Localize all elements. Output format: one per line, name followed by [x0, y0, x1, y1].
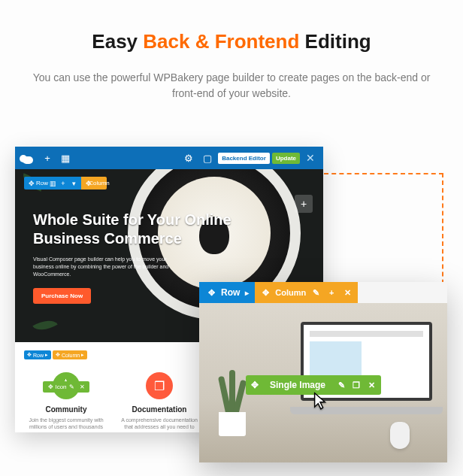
edit-icon[interactable]: ✎	[310, 287, 322, 299]
element-label: Icon	[56, 382, 66, 393]
feature-card-community: ⯌ ✥ Icon ✎ ✕ Community Join the biggest …	[24, 366, 108, 430]
row-label: Row	[221, 287, 240, 298]
template-icon[interactable]: ▦	[57, 150, 74, 166]
card-desc: A comprehensive documentation that addre…	[117, 417, 201, 430]
page-title: Easy Back & Frontend Editing	[23, 30, 440, 53]
editor-topbar: + ▦ ⚙ ▢ Backend Editor Update ✕	[15, 147, 323, 169]
leaf-decoration	[32, 315, 57, 336]
cursor-icon	[312, 392, 328, 411]
move-icon[interactable]: ✥	[56, 352, 60, 358]
move-icon[interactable]: ✥	[205, 287, 217, 299]
element-toolbar[interactable]: ✥ Icon ✎ ✕	[43, 381, 89, 393]
clone-icon[interactable]: ❐	[350, 378, 363, 392]
column-pill[interactable]: ✥ Column ✎ + ✕	[255, 282, 358, 303]
card-title: Community	[24, 405, 108, 414]
move-icon[interactable]: ✥	[45, 382, 56, 393]
delete-icon[interactable]: ✕	[77, 382, 87, 393]
columns-icon[interactable]: ▥	[47, 178, 58, 189]
caret-icon[interactable]: ▸	[45, 352, 48, 358]
caret-icon[interactable]: ▾	[68, 178, 79, 189]
move-icon[interactable]: ✥	[259, 287, 271, 299]
edit-icon[interactable]: ✎	[66, 382, 77, 393]
settings-gear-icon[interactable]: ⚙	[180, 150, 197, 166]
add-element-icon[interactable]: +	[39, 150, 56, 166]
element-editor-popup: ✥ Row ▸ ✥ Column ✎ + ✕ ✥ Single Image ✎	[199, 282, 447, 462]
popup-canvas: ✥ Single Image ✎ ❐ ✕	[199, 303, 447, 462]
add-element-box[interactable]: +	[295, 195, 313, 213]
edit-icon[interactable]: ✎	[334, 378, 348, 392]
delete-icon[interactable]: ✕	[365, 378, 378, 392]
delete-icon[interactable]: ✕	[341, 287, 353, 299]
update-button[interactable]: Update	[272, 153, 300, 164]
page-subtitle: You can use the powerful WPBakery page b…	[23, 70, 440, 102]
add-icon[interactable]: +	[325, 287, 337, 299]
column-label: Column	[62, 353, 80, 358]
row-toolbar[interactable]: ✥ Row ▥ + ▾ ✥ Column	[24, 177, 107, 189]
popup-toolbar: ✥ Row ▸ ✥ Column ✎ + ✕	[199, 282, 447, 303]
title-pre: Easy	[92, 30, 143, 53]
move-icon[interactable]: ✥	[246, 380, 264, 390]
row-label: Row	[37, 178, 47, 189]
card-desc: Join the biggest community with millions…	[24, 417, 108, 430]
move-icon[interactable]: ✥	[26, 178, 37, 189]
hero-heading-l2: Business Commerce	[33, 230, 182, 247]
row-label: Row	[33, 353, 44, 358]
close-editor-icon[interactable]: ✕	[302, 150, 319, 166]
hero-heading-l1: Whole Suite for Your Online	[33, 211, 232, 228]
single-image-label: Single Image	[264, 380, 331, 390]
add-icon[interactable]: +	[58, 178, 68, 189]
documentation-icon: ❐	[146, 372, 173, 399]
caret-icon[interactable]: ▸	[81, 352, 84, 358]
backend-editor-button[interactable]: Backend Editor	[218, 153, 270, 164]
wpbakery-logo-icon	[20, 153, 35, 162]
chevron-right-icon[interactable]: ▸	[245, 289, 249, 297]
card-title: Documentation	[117, 405, 201, 414]
column-label: Column	[94, 178, 104, 189]
purchase-button[interactable]: Purchase Now	[33, 288, 91, 304]
hero-paragraph: Visual Composer page builder can help yo…	[33, 256, 183, 277]
move-icon[interactable]: ✥	[27, 352, 32, 358]
title-accent: Back & Frontend	[143, 30, 299, 53]
column-label: Column	[275, 288, 306, 297]
row-pill[interactable]: ✥ Row ▸	[199, 282, 255, 303]
feature-card-documentation: ❐ Documentation A comprehensive document…	[117, 366, 201, 430]
responsive-icon[interactable]: ▢	[199, 150, 216, 166]
mouse-image	[390, 422, 410, 449]
hero-heading: Whole Suite for Your Online Business Com…	[33, 211, 232, 248]
title-post: Editing	[299, 30, 371, 53]
